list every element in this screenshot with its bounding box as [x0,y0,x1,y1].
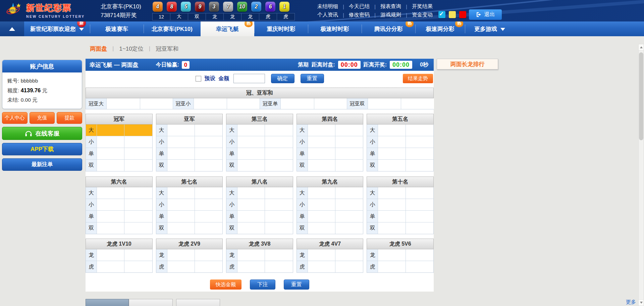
bet-cell[interactable] [124,160,152,171]
bet-cell[interactable] [335,187,363,199]
bet-cell[interactable] [124,187,152,199]
preset-checkbox[interactable] [196,76,201,82]
bet-cell[interactable] [378,199,406,210]
bet-cell[interactable] [406,199,433,210]
nav-tab[interactable]: 新世纪彩票欢迎您新 [24,21,90,36]
nav-tab[interactable]: 更多游戏 [465,21,515,36]
bet-cell[interactable] [167,160,195,171]
bet-cell[interactable] [265,148,292,159]
bet-cell[interactable] [237,261,265,272]
header-menu-item[interactable]: 今天已结 [344,3,374,10]
subnav-item[interactable]: 1~10定位 [119,45,143,53]
bet-cell[interactable] [97,124,124,136]
header-menu-item[interactable]: 报表查询 [376,3,406,10]
bet-cell[interactable] [378,222,406,234]
bet-cell[interactable] [335,160,363,171]
bet-cell[interactable] [167,199,195,210]
bet-cell[interactable] [167,249,195,261]
bet-cell[interactable] [406,160,433,171]
bet-cell[interactable] [378,261,406,272]
bet-cell[interactable] [401,98,434,109]
bet-cell[interactable] [124,199,152,210]
subnav-item[interactable]: 冠亚军和 [156,45,178,53]
bet-cell[interactable] [378,148,406,159]
bet-cell[interactable] [97,249,124,261]
bet-cell[interactable] [97,211,124,222]
bet-cell[interactable] [237,222,265,234]
bet-cell[interactable] [140,98,173,109]
page-scrollbar[interactable] [638,44,644,306]
bet-cell[interactable] [167,222,195,234]
nav-tab[interactable]: 幸运飞艇热 [201,21,254,36]
bet-cell[interactable] [335,261,363,272]
quick-amount-button[interactable]: 快选金额 [210,279,241,290]
bet-cell[interactable] [308,124,335,136]
bet-cell[interactable] [124,261,152,272]
bet-cell[interactable] [378,124,406,136]
confirm-button[interactable]: 确定 [271,74,294,83]
bet-cell[interactable] [265,124,292,136]
bet-cell[interactable] [378,211,406,222]
bet-cell[interactable] [265,261,292,272]
bet-cell[interactable] [308,261,335,272]
nav-tab[interactable]: 重庆时时彩 [254,21,308,36]
bet-cell[interactable] [378,160,406,171]
two-side-dragon-rank-panel[interactable]: 两面长龙排行 [437,59,498,69]
bet-cell[interactable] [378,136,406,148]
bet-cell[interactable] [308,187,335,199]
bet-cell[interactable] [194,98,227,109]
online-service-button[interactable]: 在线客服 [2,127,82,140]
more-link[interactable]: 更多 [626,299,636,305]
bet-cell[interactable] [195,211,222,222]
bet-cell[interactable] [195,136,222,148]
latest-orders-button[interactable]: 最新注单 [2,158,82,171]
bet-cell[interactable] [308,148,335,159]
bet-cell[interactable] [406,249,433,261]
bet-cell[interactable] [97,136,124,148]
bet-cell[interactable] [124,136,152,148]
color-swatch[interactable] [459,11,466,18]
bet-cell[interactable] [237,124,265,136]
bet-cell[interactable] [97,187,124,199]
place-bet-button[interactable]: 下注 [250,279,275,290]
header-menu-item[interactable]: 游戏规则 [376,11,406,18]
amount-input[interactable] [233,74,265,83]
sidebar-quick-button[interactable]: 提款 [57,112,82,124]
bet-cell[interactable] [265,199,292,210]
nav-tab[interactable]: 极速时时彩 [308,21,362,36]
bet-cell[interactable] [195,249,222,261]
bet-cell[interactable] [237,249,265,261]
bet-cell[interactable] [195,261,222,272]
bet-cell[interactable] [308,222,335,234]
reset-button[interactable]: 重置 [301,74,324,83]
bet-cell[interactable] [237,136,265,148]
nav-tab[interactable]: 极速两分彩热 [415,21,465,36]
bet-cell[interactable] [265,222,292,234]
bet-cell[interactable] [167,136,195,148]
bet-cell[interactable] [335,211,363,222]
header-menu-item[interactable]: 个人资讯 [313,11,343,18]
bet-cell[interactable] [314,98,347,109]
scrollbar-up-button[interactable] [639,44,644,51]
bet-cell[interactable] [406,187,433,199]
bet-cell[interactable] [335,249,363,261]
sidebar-quick-button[interactable]: 充值 [30,112,55,124]
bet-cell[interactable] [195,187,222,199]
bet-cell[interactable] [308,199,335,210]
color-swatch[interactable]: ✓ [438,11,445,18]
bottom-reset-button[interactable]: 重置 [284,279,309,290]
bet-cell[interactable] [237,199,265,210]
bet-cell[interactable] [124,222,152,234]
bet-cell[interactable] [281,98,314,109]
app-download-button[interactable]: APP下载 [2,143,82,155]
bet-cell[interactable] [308,249,335,261]
bet-cell[interactable] [406,136,433,148]
bet-cell[interactable] [237,148,265,159]
color-swatch[interactable] [449,11,456,18]
bet-cell[interactable] [335,222,363,234]
bet-cell[interactable] [406,124,433,136]
bet-cell[interactable] [195,199,222,210]
result-trend-button[interactable]: 结果走势 [403,74,433,83]
bet-cell[interactable] [237,187,265,199]
bet-cell[interactable] [195,124,222,136]
